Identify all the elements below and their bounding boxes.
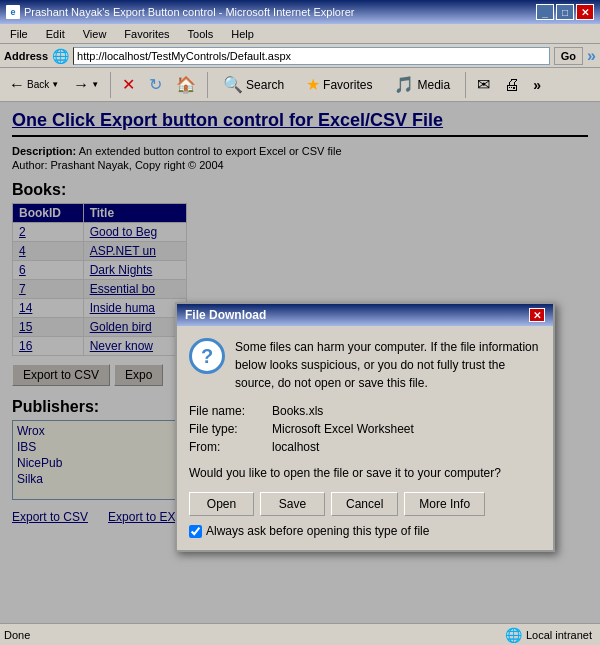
app-icon: e [6, 5, 20, 19]
menu-bar: File Edit View Favorites Tools Help [0, 24, 600, 44]
file-name-label: File name: [189, 404, 264, 418]
address-input[interactable] [73, 47, 550, 65]
search-icon: 🔍 [223, 75, 243, 94]
nav-toolbar: ← Back ▼ → ▼ ✕ ↻ 🏠 🔍 Search ★ Favorites … [0, 68, 600, 102]
refresh-icon: ↻ [149, 75, 162, 94]
always-ask-checkbox[interactable] [189, 525, 202, 538]
dialog-body: ? Some files can harm your computer. If … [177, 326, 553, 550]
always-ask-checkbox-row: Always ask before opening this type of f… [189, 524, 541, 538]
status-zone: 🌐 Local intranet [505, 627, 596, 643]
home-icon: 🏠 [176, 75, 196, 94]
media-icon: 🎵 [394, 75, 414, 94]
status-done: Done [4, 629, 505, 641]
toolbar-separator-1 [110, 72, 111, 98]
file-type-row: File type: Microsoft Excel Worksheet [189, 422, 541, 436]
toolbar-more-icon[interactable]: » [533, 77, 541, 93]
dialog-question: Would you like to open the file or save … [189, 466, 541, 480]
stop-button[interactable]: ✕ [117, 71, 140, 99]
warning-section: ? Some files can harm your computer. If … [189, 338, 541, 392]
file-name-row: File name: Books.xls [189, 404, 541, 418]
toolbar-separator-2 [207, 72, 208, 98]
dialog-close-button[interactable]: ✕ [529, 308, 545, 322]
zone-icon: 🌐 [505, 627, 522, 643]
media-button[interactable]: 🎵 Media [385, 72, 459, 97]
modal-overlay: File Download ✕ ? Some files can harm yo… [0, 102, 600, 623]
more-info-button[interactable]: More Info [404, 492, 485, 516]
minimize-button[interactable]: _ [536, 4, 554, 20]
print-button[interactable]: 🖨 [499, 71, 525, 99]
home-button[interactable]: 🏠 [171, 71, 201, 99]
refresh-button[interactable]: ↻ [144, 71, 167, 99]
save-button[interactable]: Save [260, 492, 325, 516]
close-button[interactable]: ✕ [576, 4, 594, 20]
file-from-row: From: localhost [189, 440, 541, 454]
forward-button[interactable]: → ▼ [68, 71, 104, 99]
open-button[interactable]: Open [189, 492, 254, 516]
back-icon: ← [9, 76, 25, 94]
dialog-buttons: Open Save Cancel More Info [189, 492, 541, 516]
dialog-title-bar: File Download ✕ [177, 304, 553, 326]
back-label: Back [27, 79, 49, 90]
favorites-label: Favorites [323, 78, 372, 92]
address-bar: Address 🌐 Go » [0, 44, 600, 68]
file-from-label: From: [189, 440, 264, 454]
go-button[interactable]: Go [554, 47, 583, 65]
file-from-value: localhost [272, 440, 319, 454]
done-text: Done [4, 629, 30, 641]
window-controls[interactable]: _ □ ✕ [536, 4, 594, 20]
menu-edit[interactable]: Edit [42, 27, 69, 41]
back-chevron-icon: ▼ [51, 80, 59, 89]
warning-icon: ? [189, 338, 225, 374]
address-label: Address [4, 50, 48, 62]
forward-chevron-icon: ▼ [91, 80, 99, 89]
zone-text: Local intranet [526, 629, 592, 641]
window-title: Prashant Nayak's Export Button control -… [24, 6, 354, 18]
browser-content: One Click Export button control for Exce… [0, 102, 600, 623]
search-label: Search [246, 78, 284, 92]
back-button[interactable]: ← Back ▼ [4, 71, 64, 99]
address-icon: 🌐 [52, 48, 69, 64]
maximize-button[interactable]: □ [556, 4, 574, 20]
file-download-dialog: File Download ✕ ? Some files can harm yo… [175, 302, 555, 552]
media-label: Media [417, 78, 450, 92]
file-type-value: Microsoft Excel Worksheet [272, 422, 414, 436]
status-bar: Done 🌐 Local intranet [0, 623, 600, 645]
print-icon: 🖨 [504, 76, 520, 94]
menu-favorites[interactable]: Favorites [120, 27, 173, 41]
mail-button[interactable]: ✉ [472, 71, 495, 99]
file-type-label: File type: [189, 422, 264, 436]
favorites-button[interactable]: ★ Favorites [297, 72, 381, 97]
mail-icon: ✉ [477, 75, 490, 94]
toolbar-separator-3 [465, 72, 466, 98]
warning-text: Some files can harm your computer. If th… [235, 338, 541, 392]
file-name-value: Books.xls [272, 404, 323, 418]
title-bar: e Prashant Nayak's Export Button control… [0, 0, 600, 24]
always-ask-label: Always ask before opening this type of f… [206, 524, 429, 538]
search-button[interactable]: 🔍 Search [214, 72, 293, 97]
menu-tools[interactable]: Tools [184, 27, 218, 41]
favorites-icon: ★ [306, 75, 320, 94]
menu-help[interactable]: Help [227, 27, 258, 41]
menu-file[interactable]: File [6, 27, 32, 41]
forward-icon: → [73, 76, 89, 94]
stop-icon: ✕ [122, 75, 135, 94]
file-details: File name: Books.xls File type: Microsof… [189, 404, 541, 454]
nav-arrow-icon[interactable]: » [587, 47, 596, 65]
cancel-button[interactable]: Cancel [331, 492, 398, 516]
dialog-title-text: File Download [185, 308, 266, 322]
menu-view[interactable]: View [79, 27, 111, 41]
